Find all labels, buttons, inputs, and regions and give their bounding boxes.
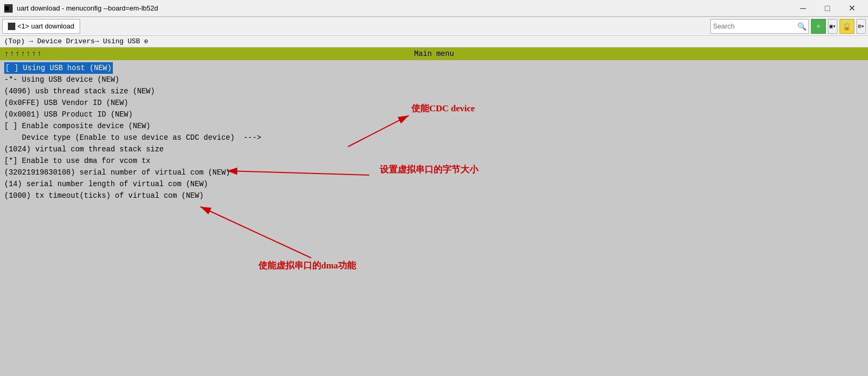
menu-up-arrows: ↑↑↑↑↑↑↑ <box>4 50 43 58</box>
menu-item[interactable]: (0x0FFE) USB Vendor ID (NEW) <box>4 97 864 109</box>
maximize-button[interactable]: □ <box>815 0 840 17</box>
search-icon-button[interactable]: 🔍 <box>797 22 806 31</box>
view-dropdown[interactable]: ▣ ▾ <box>828 19 837 34</box>
menu-item[interactable]: (1024) virtual com thread stack size <box>4 143 864 155</box>
title-bar-controls: ─ □ ✕ <box>791 0 864 17</box>
annotation-dma-function: 使能虚拟串口的dma功能 <box>258 259 356 272</box>
menu-items-list: [ ] Using USB host (NEW)-*- Using USB de… <box>4 62 864 201</box>
selected-menu-item[interactable]: [ ] Using USB host (NEW) <box>4 62 113 74</box>
menu-item[interactable]: [ ] Enable composite device (NEW) <box>4 120 864 132</box>
svg-line-3 <box>200 207 311 258</box>
breadcrumb-text: (Top) → Device Drivers→ Using USB e <box>4 37 148 45</box>
menu-item[interactable]: Device type (Enable to use device as CDC… <box>4 132 864 143</box>
tab-icon <box>8 23 15 30</box>
tab-label: <1> uart download <box>17 22 74 30</box>
toolbar: <1> uart download 🔍 + ▣ ▾ 🔒 ⊞ ▾ <box>0 17 868 36</box>
title-bar-left: ■ uart download - menuconfig --board=em-… <box>4 4 158 13</box>
minimize-button[interactable]: ─ <box>791 0 815 17</box>
menu-item[interactable]: -*- Using USB device (NEW) <box>4 74 864 85</box>
menu-item[interactable]: (1000) tx timeout(ticks) of virtual com … <box>4 190 864 201</box>
menu-item[interactable]: (14) serial number length of virtual com… <box>4 178 864 190</box>
menu-header: ↑↑↑↑↑↑↑ Main menu <box>0 47 868 60</box>
content-area: [ ] Using USB host (NEW)-*- Using USB de… <box>0 60 868 204</box>
breadcrumb: (Top) → Device Drivers→ Using USB e <box>0 36 868 47</box>
view-dropdown-arrow: ▾ <box>833 23 836 30</box>
menu-item[interactable]: [ ] Using USB host (NEW) <box>4 62 864 74</box>
menu-item[interactable]: (32021919830108) serial number of virtua… <box>4 167 864 178</box>
tab-uart-download[interactable]: <1> uart download <box>2 19 80 34</box>
panels-dropdown-arrow: ▾ <box>861 23 864 30</box>
menu-item[interactable]: [*] Enable to use dma for vcom tx <box>4 155 864 167</box>
lock-button[interactable]: 🔒 <box>840 19 854 34</box>
search-input[interactable] <box>713 22 797 30</box>
panels-dropdown[interactable]: ⊞ ▾ <box>856 19 866 34</box>
menu-item[interactable]: (4096) usb thread stack size (NEW) <box>4 85 864 97</box>
menu-item[interactable]: (0x0001) USB Product ID (NEW) <box>4 109 864 120</box>
title-bar-title: uart download - menuconfig --board=em-lb… <box>17 4 158 12</box>
close-button[interactable]: ✕ <box>840 0 864 17</box>
title-bar: ■ uart download - menuconfig --board=em-… <box>0 0 868 17</box>
menu-title: Main menu <box>414 50 454 58</box>
search-box[interactable]: 🔍 <box>710 19 809 34</box>
add-button[interactable]: + <box>811 19 826 34</box>
app-icon: ■ <box>4 4 13 13</box>
